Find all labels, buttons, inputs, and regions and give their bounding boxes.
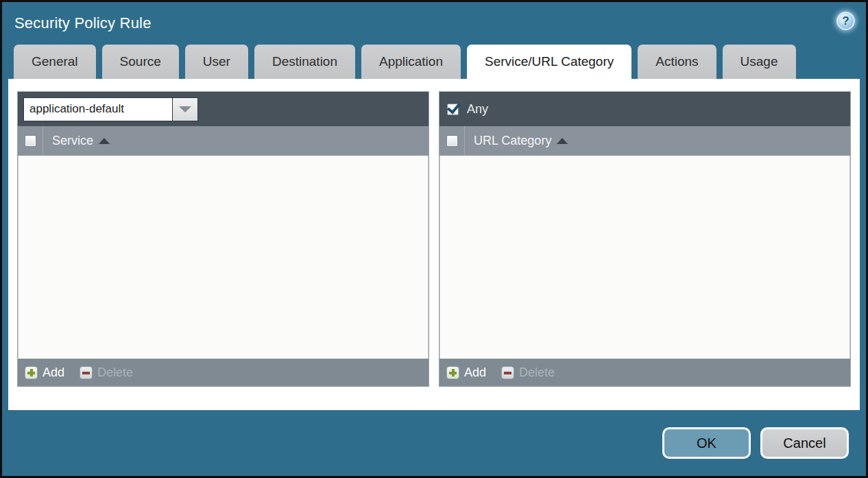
minus-icon xyxy=(80,366,93,379)
tab-usage[interactable]: Usage xyxy=(723,45,796,79)
security-policy-rule-dialog: Security Policy Rule ? General Source Us… xyxy=(0,0,868,478)
add-service-button[interactable]: Add xyxy=(25,366,64,380)
tab-user[interactable]: User xyxy=(185,45,248,79)
url-category-table-header: URL Category xyxy=(439,126,850,156)
delete-service-label: Delete xyxy=(97,366,133,380)
url-category-select-all-cell xyxy=(439,126,465,156)
add-url-category-button[interactable]: Add xyxy=(446,366,486,380)
service-type-input[interactable] xyxy=(23,97,173,121)
url-category-list[interactable] xyxy=(439,156,850,359)
delete-url-category-button[interactable]: Delete xyxy=(501,366,555,380)
dialog-titlebar: Security Policy Rule ? xyxy=(2,2,866,45)
service-list[interactable] xyxy=(18,156,429,359)
url-category-select-all-checkbox[interactable] xyxy=(446,135,458,147)
sort-ascending-icon xyxy=(99,138,110,144)
tab-application[interactable]: Application xyxy=(361,45,461,79)
plus-icon xyxy=(446,366,459,379)
service-column-label: Service xyxy=(52,134,93,148)
ok-button[interactable]: OK xyxy=(662,427,751,459)
any-row: Any xyxy=(445,102,488,117)
url-category-toolbar: Any xyxy=(439,92,850,126)
url-category-column-header[interactable]: URL Category xyxy=(465,126,568,156)
tab-bar: General Source User Destination Applicat… xyxy=(2,45,866,79)
url-category-panel: Any URL Category Add xyxy=(439,91,851,387)
tab-actions[interactable]: Actions xyxy=(638,45,716,79)
service-select-all-checkbox[interactable] xyxy=(25,135,36,147)
sort-ascending-icon xyxy=(557,138,568,144)
service-select-all-cell xyxy=(18,126,43,156)
url-category-column-label: URL Category xyxy=(474,134,551,148)
minus-icon xyxy=(501,366,514,379)
dialog-button-row: OK Cancel xyxy=(2,410,866,476)
delete-service-button[interactable]: Delete xyxy=(80,366,133,380)
service-panel: Service Add Delete xyxy=(17,91,429,387)
service-footer: Add Delete xyxy=(18,359,429,386)
plus-icon xyxy=(25,366,38,379)
add-service-label: Add xyxy=(43,366,64,380)
service-toolbar xyxy=(18,92,429,126)
help-icon[interactable]: ? xyxy=(836,12,855,30)
chevron-down-icon xyxy=(179,106,191,112)
dialog-title: Security Policy Rule xyxy=(14,14,152,32)
service-type-combo xyxy=(23,97,198,121)
tab-source[interactable]: Source xyxy=(102,45,179,79)
tab-service-url-category[interactable]: Service/URL Category xyxy=(467,45,631,79)
cancel-button[interactable]: Cancel xyxy=(760,427,849,459)
tab-destination[interactable]: Destination xyxy=(254,45,355,79)
tab-general[interactable]: General xyxy=(14,45,96,79)
any-label: Any xyxy=(467,102,488,117)
delete-url-category-label: Delete xyxy=(519,366,555,380)
any-checkbox[interactable] xyxy=(447,104,459,115)
service-type-dropdown-button[interactable] xyxy=(173,97,198,121)
tab-content-area: Service Add Delete An xyxy=(8,79,860,410)
service-table-header: Service xyxy=(18,126,429,156)
add-url-category-label: Add xyxy=(464,366,486,380)
service-column-header[interactable]: Service xyxy=(43,126,110,156)
url-category-footer: Add Delete xyxy=(439,359,850,386)
